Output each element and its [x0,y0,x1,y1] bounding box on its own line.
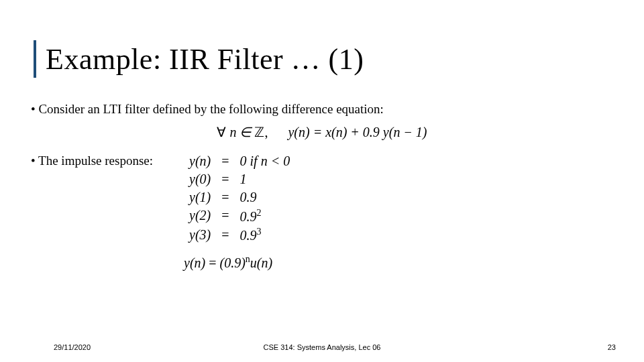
forall-symbol: ∀ [217,125,226,139]
y3-value: 0.93 [235,225,296,245]
table-row: y(1) = 0.9 [184,188,295,206]
yn-label: y(n) [184,152,216,170]
y0-value: 1 [235,170,296,188]
equals-sign: = [216,225,234,245]
title-accent-bar [34,40,36,78]
footer-page-number: 23 [608,343,616,351]
closed-exp: n [246,254,250,264]
y2-label: y(2) [184,206,216,226]
bullet-impulse: The impulse response: [31,152,153,170]
y0-label: y(0) [184,170,216,188]
equals-sign: = [216,170,234,188]
title-block: Example: IIR Filter … (1) [34,40,364,78]
y3-label: y(3) [184,225,216,245]
equals-sign: = [216,206,234,226]
n-in: n ∈ [229,125,251,139]
yn-value: 0 if n < 0 [240,154,290,168]
diff-eq-body: y(n) = x(n) + 0.9 y(n − 1) [288,125,427,139]
slide-title: Example: IIR Filter … (1) [46,42,364,76]
y1-label: y(1) [184,188,216,206]
closed-u: u(n) [250,255,272,270]
impulse-table: y(n) = 0 if n < 0 y(0) = 1 y(1) = 0.9 [184,152,295,245]
bullet-consider: Consider an LTI filter defined by the fo… [31,101,613,119]
impulse-response-row: The impulse response: y(n) = 0 if n < 0 … [31,152,613,271]
table-row: y(0) = 1 [184,170,295,188]
y2-value: 0.92 [235,206,296,226]
equals-sign: = [216,152,234,170]
eq-comma: , [264,125,268,139]
closed-lhs: y(n) [184,255,205,270]
integers-symbol: ℤ [254,125,264,139]
closed-base: (0.9) [220,255,246,270]
closed-form: y(n) = (0.9)nu(n) [184,254,295,271]
table-row: y(2) = 0.92 [184,206,295,226]
impulse-math-block: y(n) = 0 if n < 0 y(0) = 1 y(1) = 0.9 [184,152,295,271]
footer-course: CSE 314: Systems Analysis, Lec 06 [0,343,644,351]
y1-value: 0.9 [235,188,296,206]
slide: Example: IIR Filter … (1) Consider an LT… [0,0,644,362]
equals-sign: = [216,188,234,206]
table-row: y(n) = 0 if n < 0 [184,152,295,170]
difference-equation: ∀ n ∈ ℤ, y(n) = x(n) + 0.9 y(n − 1) [31,124,613,140]
content-area: Consider an LTI filter defined by the fo… [31,101,613,271]
table-row: y(3) = 0.93 [184,225,295,245]
